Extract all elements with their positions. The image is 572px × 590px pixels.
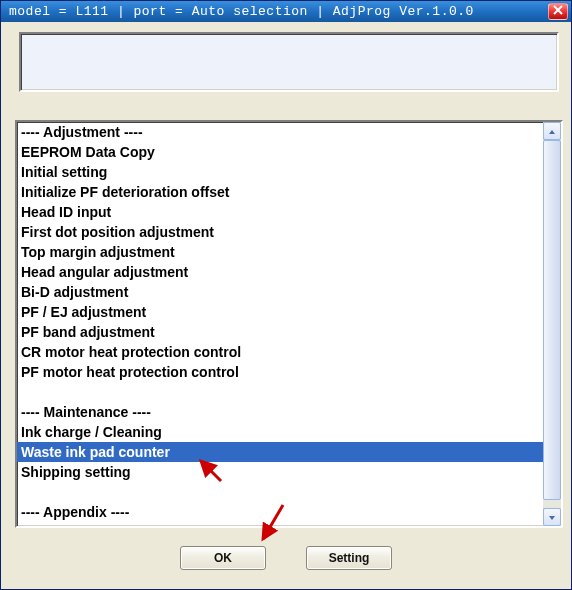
list-item[interactable]: PF motor heat protection control (17, 362, 543, 382)
list-item[interactable]: Top margin adjustment (17, 242, 543, 262)
list-item[interactable]: Head ID input (17, 202, 543, 222)
list-item[interactable]: PF / EJ adjustment (17, 302, 543, 322)
scroll-up-button[interactable] (543, 122, 561, 140)
list-item[interactable]: Shipping setting (17, 462, 543, 482)
titlebar: model = L111 | port = Auto selection | A… (1, 1, 571, 22)
list-item[interactable]: PF band adjustment (17, 322, 543, 342)
setting-button[interactable]: Setting (306, 546, 392, 570)
scroll-track[interactable] (543, 140, 561, 508)
list-item[interactable]: ---- Appendix ---- (17, 502, 543, 522)
chevron-down-icon (548, 508, 556, 526)
window-frame: model = L111 | port = Auto selection | A… (0, 0, 572, 590)
list-item[interactable]: First dot position adjustment (17, 222, 543, 242)
list-item[interactable]: Bi-D adjustment (17, 282, 543, 302)
listbox[interactable]: ---- Adjustment ----EEPROM Data CopyInit… (17, 122, 543, 526)
close-icon (553, 4, 563, 19)
ok-button[interactable]: OK (180, 546, 266, 570)
list-item[interactable]: ---- Adjustment ---- (17, 122, 543, 142)
list-item[interactable]: Ink charge / Cleaning (17, 422, 543, 442)
chevron-up-icon (548, 122, 556, 140)
list-item[interactable]: ---- Maintenance ---- (17, 402, 543, 422)
list-item[interactable] (17, 382, 543, 402)
info-panel (19, 32, 559, 92)
close-button[interactable] (548, 3, 568, 20)
scroll-thumb[interactable] (543, 140, 561, 500)
button-row: OK Setting (5, 546, 567, 570)
scrollbar-vertical[interactable] (543, 122, 561, 526)
list-item[interactable]: Initial setting (17, 162, 543, 182)
window-title: model = L111 | port = Auto selection | A… (9, 4, 474, 19)
list-item[interactable] (17, 482, 543, 502)
list-item[interactable]: Head angular adjustment (17, 262, 543, 282)
listbox-frame: ---- Adjustment ----EEPROM Data CopyInit… (15, 120, 563, 528)
client-area: ---- Adjustment ----EEPROM Data CopyInit… (5, 24, 567, 585)
list-item[interactable]: Initialize PF deterioration offset (17, 182, 543, 202)
scroll-down-button[interactable] (543, 508, 561, 526)
list-item[interactable]: Waste ink pad counter (17, 442, 543, 462)
list-item[interactable]: EEPROM Data Copy (17, 142, 543, 162)
list-item[interactable]: CR motor heat protection control (17, 342, 543, 362)
